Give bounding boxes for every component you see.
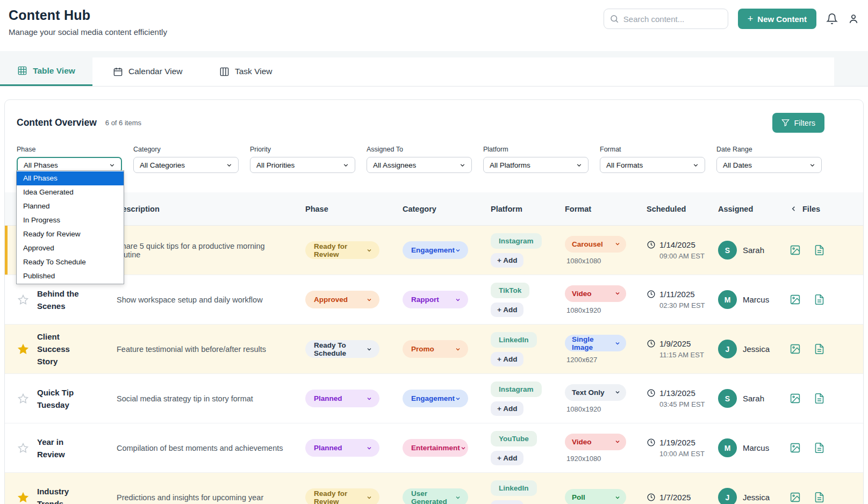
platform-tag: Instagram <box>491 381 542 397</box>
search-input[interactable] <box>604 9 728 29</box>
scheduled-date: 1/19/2025 <box>647 438 718 447</box>
tab-task-view[interactable]: Task View <box>219 57 272 86</box>
document-file-icon[interactable] <box>814 294 825 305</box>
image-file-icon[interactable] <box>790 343 801 355</box>
filter-select-category[interactable]: All Categories <box>133 157 239 173</box>
user-profile-icon[interactable] <box>848 13 859 25</box>
phase-option-published[interactable]: Published <box>17 269 124 283</box>
phase-option-ready-for-review[interactable]: Ready for Review <box>17 227 124 241</box>
platform-tag: TikTok <box>491 283 529 298</box>
add-platform-button[interactable]: + Add <box>491 500 523 504</box>
chevron-down-icon <box>614 494 621 501</box>
assignee-name: Sarah <box>743 246 764 255</box>
format-dimensions: 1080x1920 <box>566 405 647 413</box>
filter-group-category: CategoryAll Categories <box>133 146 239 173</box>
chevron-down-icon <box>109 162 116 169</box>
new-content-button[interactable]: + New Content <box>738 9 816 29</box>
image-file-icon[interactable] <box>790 294 801 305</box>
add-platform-button[interactable]: + Add <box>491 401 523 416</box>
document-file-icon[interactable] <box>814 343 825 355</box>
document-file-icon[interactable] <box>814 393 825 404</box>
format-select[interactable]: Video <box>565 434 626 450</box>
format-select[interactable]: Video <box>565 285 626 302</box>
phase-select[interactable]: Ready for Review <box>305 488 379 504</box>
columns-icon <box>219 67 229 77</box>
filter-select-date-range[interactable]: All Dates <box>716 157 822 173</box>
filter-select-format[interactable]: All Formats <box>600 157 705 173</box>
image-file-icon[interactable] <box>790 244 801 256</box>
filter-label: Platform <box>483 146 589 153</box>
row-files <box>790 294 863 305</box>
phase-option-ready-to-schedule[interactable]: Ready To Schedule <box>17 255 124 269</box>
table-row: Behind the ScenesShow workspace setup an… <box>5 275 863 325</box>
row-files <box>790 244 863 256</box>
phase-select[interactable]: Approved <box>305 291 379 308</box>
phase-option-in-progress[interactable]: In Progress <box>17 213 124 227</box>
phase-option-idea-generated[interactable]: Idea Generated <box>17 185 124 199</box>
format-select[interactable]: Poll <box>565 489 626 504</box>
add-platform-button[interactable]: + Add <box>491 352 523 366</box>
star-filled-icon[interactable] <box>17 343 29 355</box>
row-title: Quick Tip Tuesday <box>37 386 117 411</box>
page-header: Content Hub Manage your social media con… <box>0 0 868 51</box>
add-platform-button[interactable]: + Add <box>491 253 523 268</box>
platform-tag: Instagram <box>491 233 542 249</box>
star-icon[interactable] <box>17 442 29 454</box>
category-select[interactable]: Entertainment <box>403 439 468 457</box>
document-file-icon[interactable] <box>814 244 825 256</box>
files-column-toggle[interactable]: Files <box>790 205 863 213</box>
phase-select[interactable]: Planned <box>305 439 379 457</box>
phase-option-planned[interactable]: Planned <box>17 199 124 213</box>
category-select[interactable]: Promo <box>403 340 468 358</box>
star-icon[interactable] <box>17 294 29 306</box>
document-file-icon[interactable] <box>814 492 825 503</box>
scheduled-date: 1/14/2025 <box>647 240 718 249</box>
star-icon[interactable] <box>17 393 29 405</box>
chevron-down-icon <box>614 340 621 347</box>
chevron-down-icon <box>455 297 461 303</box>
phase-select[interactable]: Ready To Schedule <box>305 340 379 358</box>
row-description: Predictions and insights for upcoming ye… <box>117 493 305 502</box>
add-platform-button[interactable]: + Add <box>491 451 523 465</box>
row-title: Client Success Story <box>37 330 117 368</box>
assignee-name: Jessica <box>743 493 770 502</box>
item-count: 6 of 6 items <box>105 119 141 127</box>
filters-button[interactable]: Filters <box>772 113 824 133</box>
phase-option-approved[interactable]: Approved <box>17 241 124 255</box>
filter-label: Assigned To <box>367 146 472 153</box>
chevron-down-icon <box>366 395 372 402</box>
phase-select[interactable]: Planned <box>305 390 379 407</box>
phase-select[interactable]: Ready for Review <box>305 241 379 259</box>
chevron-down-icon <box>366 297 372 303</box>
filter-group-assigned-to: Assigned ToAll Assignees <box>367 146 472 173</box>
row-files <box>790 442 863 453</box>
image-file-icon[interactable] <box>790 393 801 404</box>
image-file-icon[interactable] <box>790 492 801 503</box>
section-title: Content Overview <box>17 117 97 128</box>
phase-option-all-phases[interactable]: All Phases <box>17 171 124 185</box>
filter-select-platform[interactable]: All Platforms <box>483 157 589 173</box>
category-select[interactable]: Engagement <box>403 390 468 407</box>
star-filled-icon[interactable] <box>17 492 29 503</box>
filter-label: Category <box>133 146 239 153</box>
category-select[interactable]: Rapport <box>403 291 468 308</box>
tab-calendar-view[interactable]: Calendar View <box>113 57 183 86</box>
search-icon <box>609 14 619 24</box>
filter-group-priority: PriorityAll Priorities <box>250 146 355 173</box>
add-platform-button[interactable]: + Add <box>491 303 523 317</box>
format-select[interactable]: Text Only <box>565 384 626 401</box>
tab-table-view[interactable]: Table View <box>0 57 92 86</box>
filter-select-priority[interactable]: All Priorities <box>250 157 355 173</box>
scheduled-time: 11:15 AM EST <box>659 351 718 359</box>
document-file-icon[interactable] <box>814 442 825 453</box>
format-dimensions: 1080x1080 <box>566 257 647 265</box>
filter-select-assigned-to[interactable]: All Assignees <box>367 157 472 173</box>
image-file-icon[interactable] <box>790 442 801 453</box>
format-select[interactable]: Single Image <box>565 335 626 351</box>
notifications-bell-icon[interactable] <box>826 13 838 25</box>
format-select[interactable]: Carousel <box>565 236 626 253</box>
category-select[interactable]: User Generated <box>403 488 468 504</box>
category-select[interactable]: Engagement <box>403 241 468 259</box>
filter-group-format: FormatAll Formats <box>600 146 705 173</box>
calendar-icon <box>113 67 123 77</box>
